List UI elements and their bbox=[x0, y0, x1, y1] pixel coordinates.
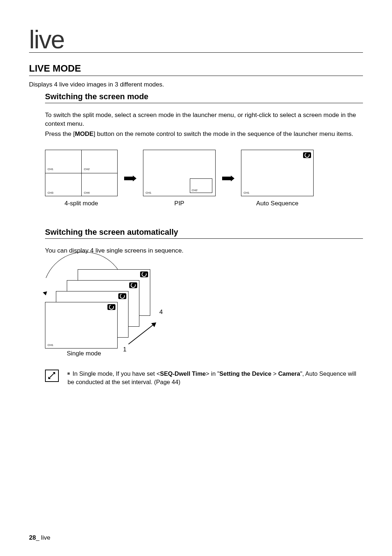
diagram-num-back: 4 bbox=[159, 309, 163, 316]
single-mode-diagram: CH1 1 4 Single mode bbox=[45, 266, 165, 356]
auto-sequence-icon bbox=[118, 293, 126, 299]
section-desc: Displays 4 live video images in 3 differ… bbox=[29, 81, 363, 88]
subsection-title-switch-auto: Switching the screen automatically bbox=[45, 227, 363, 239]
diagram-num-front: 1 bbox=[123, 346, 126, 353]
note-text: In Single mode, If you have set <SEQ-Dwe… bbox=[68, 370, 363, 386]
chapter-title: live bbox=[29, 29, 363, 53]
mode-autoseq: CH1 Auto Sequence bbox=[241, 150, 314, 207]
mode-diagrams-row: CH1 CH2 CH3 CH4 4-split mode CH1 CH2 PIP… bbox=[45, 150, 363, 207]
subsection-title-switch-mode: Switching the screen mode bbox=[45, 92, 363, 103]
mode-pip: CH1 CH2 PIP bbox=[143, 150, 216, 207]
switch-mode-body-1: To switch the split mode, select a scree… bbox=[45, 110, 363, 128]
page-footer: 28_ live bbox=[29, 534, 50, 541]
auto-sequence-icon bbox=[129, 282, 137, 288]
auto-sequence-icon bbox=[140, 271, 148, 277]
switch-mode-body-2: Press the [MODE] button on the remote co… bbox=[45, 129, 363, 138]
auto-sequence-icon bbox=[303, 152, 311, 158]
single-mode-caption: Single mode bbox=[67, 350, 101, 357]
note-icon bbox=[45, 370, 59, 382]
auto-sequence-icon bbox=[107, 304, 115, 310]
section-title: LIVE MODE bbox=[29, 63, 363, 76]
mode-4split: CH1 CH2 CH3 CH4 4-split mode bbox=[45, 150, 118, 207]
note-block: In Single mode, If you have set <SEQ-Dwe… bbox=[45, 370, 363, 386]
arrow-icon bbox=[222, 176, 234, 181]
arrow-icon bbox=[124, 176, 136, 181]
